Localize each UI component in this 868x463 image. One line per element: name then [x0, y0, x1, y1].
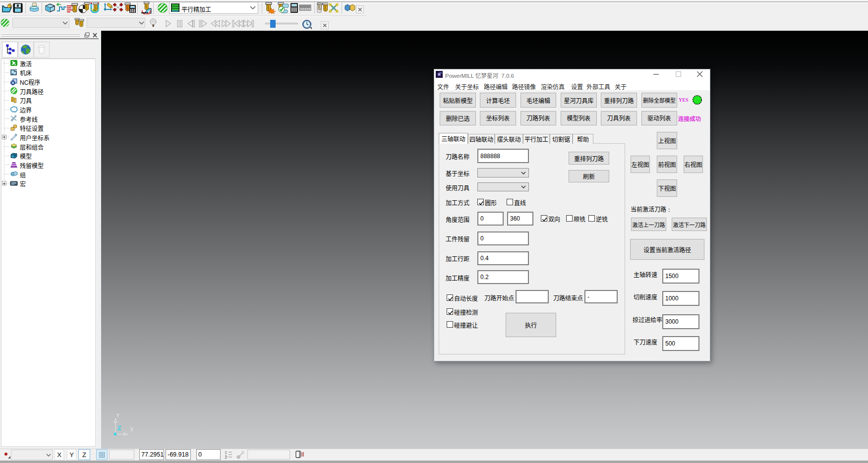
svg-text:Z: Z	[117, 425, 121, 432]
svg-text:X: X	[130, 426, 134, 432]
svg-text:Y: Y	[116, 412, 120, 418]
